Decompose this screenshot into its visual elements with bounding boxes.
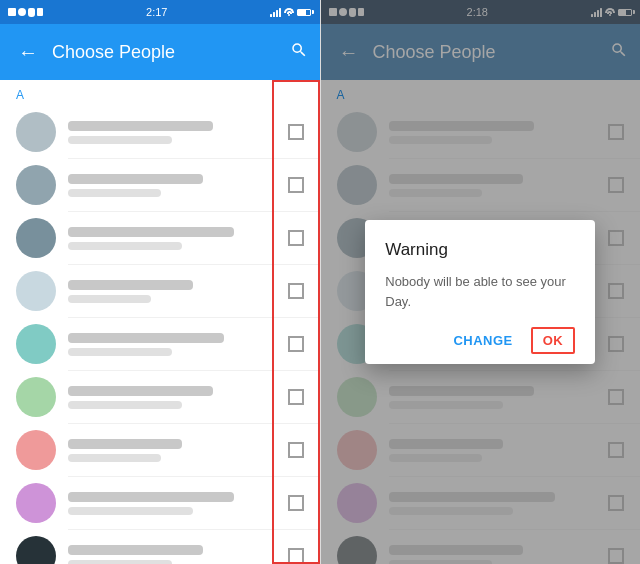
contact-list-1 bbox=[0, 106, 320, 564]
list-item[interactable] bbox=[0, 159, 320, 211]
checkbox[interactable] bbox=[288, 389, 304, 405]
contact-info bbox=[68, 174, 276, 197]
list-item[interactable] bbox=[0, 106, 320, 158]
contact-sub bbox=[68, 454, 161, 462]
image-icon-1 bbox=[18, 8, 26, 16]
contact-name bbox=[68, 545, 203, 555]
app-bar-1: ← Choose People bbox=[0, 24, 320, 80]
contact-sub bbox=[68, 295, 151, 303]
download-icon-1 bbox=[37, 8, 43, 16]
contact-sub bbox=[68, 242, 182, 250]
contact-info bbox=[68, 439, 276, 462]
phone-icon-1 bbox=[28, 8, 35, 17]
signal-icon-1 bbox=[270, 7, 281, 17]
screens-container: 2:17 ← Choose Pe bbox=[0, 0, 640, 564]
avatar bbox=[16, 271, 56, 311]
avatar bbox=[16, 218, 56, 258]
list-item[interactable] bbox=[0, 424, 320, 476]
back-button-1[interactable]: ← bbox=[12, 41, 44, 64]
avatar bbox=[16, 536, 56, 564]
avatar bbox=[16, 430, 56, 470]
list-item[interactable] bbox=[0, 530, 320, 564]
checkbox[interactable] bbox=[288, 495, 304, 511]
contact-sub bbox=[68, 348, 172, 356]
avatar bbox=[16, 165, 56, 205]
left-status-icons-1 bbox=[8, 8, 43, 17]
avatar bbox=[16, 112, 56, 152]
status-time-1: 2:17 bbox=[146, 6, 167, 18]
contact-info bbox=[68, 492, 276, 515]
search-button-1[interactable] bbox=[290, 41, 308, 64]
checkbox[interactable] bbox=[288, 442, 304, 458]
list-item[interactable] bbox=[0, 477, 320, 529]
contact-name bbox=[68, 439, 182, 449]
contact-info bbox=[68, 333, 276, 356]
checkbox[interactable] bbox=[288, 548, 304, 564]
right-status-icons-1 bbox=[270, 7, 311, 17]
notification-icon-1 bbox=[8, 8, 16, 16]
contact-name bbox=[68, 280, 193, 290]
avatar bbox=[16, 483, 56, 523]
checkbox[interactable] bbox=[288, 177, 304, 193]
contact-sub bbox=[68, 401, 182, 409]
checkbox[interactable] bbox=[288, 124, 304, 140]
contact-info bbox=[68, 121, 276, 144]
dialog-body: Nobody will be able to see your Day. bbox=[385, 272, 575, 311]
list-item[interactable] bbox=[0, 371, 320, 423]
contact-info bbox=[68, 545, 276, 565]
dialog-actions: CHANGE OK bbox=[385, 327, 575, 354]
contact-name bbox=[68, 492, 234, 502]
dialog-title: Warning bbox=[385, 240, 575, 260]
dialog-overlay: Warning Nobody will be able to see your … bbox=[321, 0, 641, 564]
list-item[interactable] bbox=[0, 265, 320, 317]
contact-name bbox=[68, 333, 224, 343]
checkbox[interactable] bbox=[288, 230, 304, 246]
contact-name bbox=[68, 174, 203, 184]
wifi-icon-1 bbox=[284, 8, 294, 16]
contact-sub bbox=[68, 189, 161, 197]
app-title-1: Choose People bbox=[52, 42, 282, 63]
ok-button[interactable]: OK bbox=[531, 327, 576, 354]
contact-sub bbox=[68, 136, 172, 144]
screen-2: 2:18 ← Choose Pe bbox=[321, 0, 641, 564]
contact-sub bbox=[68, 507, 193, 515]
warning-dialog: Warning Nobody will be able to see your … bbox=[365, 220, 595, 364]
contact-name bbox=[68, 386, 213, 396]
contact-info bbox=[68, 227, 276, 250]
contact-sub bbox=[68, 560, 172, 565]
checkbox[interactable] bbox=[288, 336, 304, 352]
list-item[interactable] bbox=[0, 318, 320, 370]
list-item[interactable] bbox=[0, 212, 320, 264]
contact-name bbox=[68, 227, 234, 237]
contact-info bbox=[68, 280, 276, 303]
checkbox[interactable] bbox=[288, 283, 304, 299]
avatar bbox=[16, 324, 56, 364]
section-header-1: A bbox=[0, 80, 320, 106]
contact-name bbox=[68, 121, 213, 131]
status-bar-1: 2:17 bbox=[0, 0, 320, 24]
battery-icon-1 bbox=[297, 9, 311, 16]
screen-1: 2:17 ← Choose Pe bbox=[0, 0, 320, 564]
contact-info bbox=[68, 386, 276, 409]
avatar bbox=[16, 377, 56, 417]
change-button[interactable]: CHANGE bbox=[443, 327, 522, 354]
